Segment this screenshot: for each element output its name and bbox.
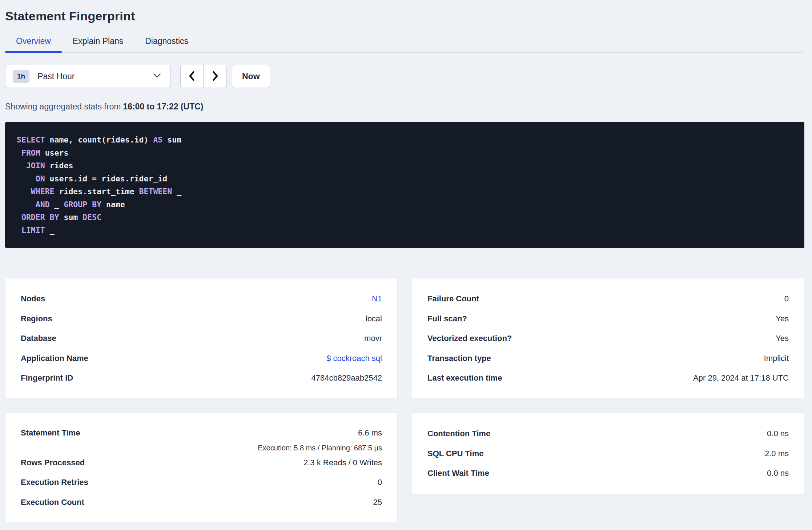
info-row: Database movr	[21, 329, 382, 349]
sql-text	[17, 213, 21, 222]
info-label: Fingerprint ID	[21, 373, 73, 383]
sql-text	[17, 200, 36, 209]
info-label: Application Name	[21, 354, 88, 363]
rows-processed-value: 2.3 k Reads / 0 Writes	[304, 458, 382, 467]
sql-keyword: JOIN	[26, 161, 45, 170]
execution-retries-value: 0	[378, 478, 382, 487]
tab-overview[interactable]: Overview	[5, 36, 62, 52]
sql-text: sum	[59, 213, 83, 222]
overview-cards-row: Nodes N1 Regions local Database movr App…	[5, 278, 804, 398]
sql-keyword: BETWEEN	[139, 187, 172, 196]
sql-text: _	[45, 226, 55, 235]
tab-overview-label: Overview	[16, 36, 51, 46]
next-range-button[interactable]	[204, 65, 226, 88]
sql-keyword: WHERE	[31, 187, 55, 196]
database-value: movr	[364, 334, 382, 343]
info-label: Rows Processed	[21, 458, 85, 467]
sql-line: JOIN rides	[17, 159, 793, 172]
chevron-left-icon	[188, 70, 196, 83]
info-label: Vectorized execution?	[427, 334, 512, 343]
sql-keyword: SELECT	[17, 135, 45, 144]
sql-keyword: LIMIT	[21, 226, 45, 235]
info-label: Statement Time	[21, 428, 80, 438]
info-row: Transaction type Implicit	[427, 349, 789, 369]
info-label: Transaction type	[427, 354, 491, 363]
tab-diagnostics[interactable]: Diagnostics	[134, 36, 199, 52]
tab-bar: Overview Explain Plans Diagnostics	[5, 36, 804, 53]
info-label: Client Wait Time	[427, 469, 489, 478]
info-label: Regions	[21, 314, 52, 324]
info-label: Failure Count	[427, 294, 479, 304]
info-row: Contention Time 0.0 ns	[427, 424, 789, 444]
info-label: Execution Retries	[21, 478, 88, 487]
info-label: SQL CPU Time	[427, 449, 483, 458]
sql-text: rides	[45, 161, 73, 170]
info-label: Database	[21, 334, 56, 343]
tab-explain-plans[interactable]: Explain Plans	[62, 36, 134, 52]
info-label: Contention Time	[427, 429, 490, 438]
info-row: Full scan? Yes	[427, 309, 789, 329]
sql-keyword: ON	[36, 174, 45, 183]
aggregated-stats-summary: Showing aggregated stats from16:00 to 17…	[5, 102, 804, 112]
regions-value: local	[366, 314, 382, 324]
sql-keyword: DESC	[83, 213, 101, 222]
sql-text: name	[101, 200, 125, 209]
sql-text: users.id = rides.rider_id	[45, 174, 168, 183]
tab-explain-plans-label: Explain Plans	[73, 36, 123, 46]
time-range-pager	[180, 65, 227, 88]
statement-time-value: 6.6 ms	[358, 428, 382, 438]
application-name-link[interactable]: $ cockroach sql	[326, 354, 382, 363]
full-scan-value: Yes	[776, 314, 789, 324]
stats-prefix: Showing aggregated stats from	[5, 102, 121, 111]
statement-time-breakdown-row: Execution: 5.8 ms / Planning: 687.5 µs	[21, 443, 382, 453]
statement-fingerprint-page: Statement Fingerprint Overview Explain P…	[5, 0, 804, 522]
sql-line: WHERE rides.start_time BETWEEN _	[17, 185, 793, 198]
sql-line: LIMIT _	[17, 224, 793, 237]
execution-attributes-card: Failure Count 0 Full scan? Yes Vectorize…	[412, 278, 804, 398]
info-row: Client Wait Time 0.0 ns	[427, 463, 789, 483]
stats-range: 16:00 to 17:22 (UTC)	[123, 102, 203, 111]
sql-text	[17, 161, 26, 170]
sql-text	[17, 187, 31, 196]
nodes-link[interactable]: N1	[372, 294, 382, 304]
now-button[interactable]: Now	[232, 65, 270, 88]
sql-line: SELECT name, count(rides.id) AS sum	[17, 133, 793, 146]
page-title: Statement Fingerprint	[5, 0, 804, 23]
sql-text: _	[50, 200, 64, 209]
sql-cpu-time-value: 2.0 ms	[765, 449, 789, 458]
wait-times-card: Contention Time 0.0 ns SQL CPU Time 2.0 …	[412, 412, 804, 494]
info-row: Rows Processed 2.3 k Reads / 0 Writes	[21, 453, 382, 473]
contention-time-value: 0.0 ns	[767, 429, 789, 438]
info-row: Application Name $ cockroach sql	[21, 349, 382, 369]
info-row: Execution Retries 0	[21, 473, 382, 493]
sql-keyword: AS	[153, 135, 162, 144]
time-range-dropdown[interactable]: 1h Past Hour	[5, 65, 171, 88]
time-range-selected: Past Hour	[37, 72, 153, 81]
failure-count-value: 0	[784, 294, 789, 304]
info-row: Regions local	[21, 309, 382, 329]
sql-keyword: FROM	[21, 148, 40, 157]
chevron-right-icon	[211, 70, 220, 83]
info-row: Failure Count 0	[427, 289, 789, 309]
sql-line: ON users.id = rides.rider_id	[17, 172, 793, 185]
transaction-type-value: Implicit	[764, 354, 789, 363]
sql-text: _	[172, 187, 181, 196]
chevron-down-icon	[153, 73, 161, 80]
sql-line: ORDER BY sum DESC	[17, 211, 793, 224]
tab-diagnostics-label: Diagnostics	[145, 36, 188, 46]
info-label: Last execution time	[427, 373, 502, 383]
sql-text: rides.start_time	[55, 187, 139, 196]
sql-keyword: ORDER BY	[21, 213, 59, 222]
info-row: SQL CPU Time 2.0 ms	[427, 444, 789, 464]
statement-details-card: Nodes N1 Regions local Database movr App…	[5, 278, 398, 398]
timing-cards-row: Statement Time 6.6 ms Execution: 5.8 ms …	[5, 412, 804, 522]
sql-text: users	[40, 148, 69, 157]
info-label: Full scan?	[427, 314, 467, 324]
sql-statement-box: SELECT name, count(rides.id) AS sum FROM…	[5, 122, 804, 248]
vectorized-execution-value: Yes	[776, 334, 789, 343]
sql-text	[17, 148, 21, 157]
client-wait-time-value: 0.0 ns	[767, 469, 789, 478]
sql-text: name, count(rides.id)	[45, 135, 153, 144]
time-range-badge: 1h	[13, 70, 29, 83]
previous-range-button[interactable]	[181, 65, 204, 88]
